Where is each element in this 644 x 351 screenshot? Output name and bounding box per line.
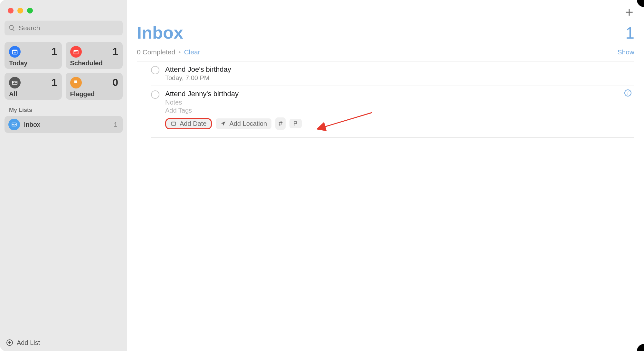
show-button[interactable]: Show (617, 48, 634, 56)
tile-label: Flagged (70, 90, 118, 98)
add-location-label: Add Location (229, 120, 267, 127)
reminder-title[interactable]: Attend Joe's birthday (165, 65, 634, 74)
calendar-icon (70, 46, 82, 58)
info-icon[interactable]: i (624, 89, 632, 97)
search-icon (8, 24, 15, 32)
completed-count: 0 Completed (137, 48, 175, 56)
sidebar-tile-flagged[interactable]: 0 Flagged (66, 73, 123, 100)
calendar-icon (171, 121, 176, 126)
add-tag-button[interactable]: # (275, 117, 286, 130)
flag-icon (293, 121, 298, 126)
separator-dot: • (178, 48, 181, 56)
svg-text:i: i (627, 91, 629, 96)
reminder-chip-row: Add Date Add Location # (165, 117, 634, 130)
reminder-date: Today, 7:00 PM (165, 74, 634, 82)
add-list-label: Add List (17, 339, 40, 346)
sidebar-tile-scheduled[interactable]: 1 Scheduled (66, 42, 123, 69)
close-window-button[interactable] (8, 8, 14, 14)
svg-rect-5 (74, 51, 75, 52)
fullscreen-window-button[interactable] (27, 8, 33, 14)
reminder-item[interactable]: Attend Jenny's birthday Notes Add Tags A… (151, 86, 634, 137)
sidebar-filter-grid: 27 1 Today 1 Scheduled (5, 42, 123, 100)
complete-toggle[interactable] (151, 66, 159, 74)
sidebar-tile-today[interactable]: 27 1 Today (5, 42, 62, 69)
tile-label: Today (9, 60, 57, 67)
app-window: 27 1 Today 1 Scheduled (0, 0, 644, 351)
add-location-button[interactable]: Add Location (216, 118, 271, 129)
page-count: 1 (625, 24, 634, 42)
svg-rect-7 (76, 51, 77, 52)
svg-text:27: 27 (14, 51, 16, 54)
plus-icon (624, 7, 634, 17)
minimize-window-button[interactable] (17, 8, 23, 14)
tile-label: Scheduled (70, 60, 118, 67)
tray-icon (9, 77, 21, 88)
window-controls (5, 5, 123, 19)
search-input[interactable] (19, 24, 119, 32)
tile-count: 1 (52, 77, 57, 88)
calendar-today-icon: 27 (9, 46, 21, 58)
sidebar-list-inbox[interactable]: Inbox 1 (5, 116, 123, 133)
list-count: 1 (114, 121, 118, 128)
svg-rect-6 (75, 51, 76, 52)
tile-label: All (9, 90, 57, 98)
reminder-list: Attend Joe's birthday Today, 7:00 PM Att… (137, 61, 634, 138)
main-pane: Inbox 1 0 Completed • Clear Show Attend … (127, 0, 644, 351)
list-name: Inbox (24, 121, 110, 128)
flag-button[interactable] (289, 119, 302, 128)
tray-icon (8, 119, 20, 130)
notes-field[interactable]: Notes (165, 99, 634, 106)
clear-button[interactable]: Clear (184, 48, 200, 56)
flag-icon (70, 77, 82, 88)
main-header: Inbox 1 (137, 0, 634, 42)
add-list-button[interactable]: Add List (6, 339, 40, 346)
reminder-body: Attend Jenny's birthday Notes Add Tags A… (165, 90, 634, 134)
tags-field[interactable]: Add Tags (165, 107, 634, 114)
plus-circle-icon (6, 339, 14, 346)
sidebar: 27 1 Today 1 Scheduled (0, 0, 127, 351)
completed-bar: 0 Completed • Clear Show (137, 48, 634, 61)
reminder-item[interactable]: Attend Joe's birthday Today, 7:00 PM (151, 61, 634, 86)
tile-count: 1 (112, 46, 118, 58)
add-date-label: Add Date (180, 120, 206, 127)
new-reminder-button[interactable] (624, 7, 634, 19)
tile-count: 1 (52, 46, 57, 58)
page-title: Inbox (137, 23, 183, 42)
my-lists-header: My Lists (5, 106, 123, 116)
tile-count: 0 (112, 77, 118, 88)
sidebar-tile-all[interactable]: 1 All (5, 73, 62, 100)
search-box[interactable] (5, 21, 123, 35)
hash-icon: # (279, 119, 282, 128)
reminder-body: Attend Joe's birthday Today, 7:00 PM (165, 65, 634, 82)
svg-rect-10 (172, 122, 175, 125)
location-arrow-icon (220, 121, 226, 126)
reminder-title[interactable]: Attend Jenny's birthday (165, 90, 634, 98)
complete-toggle[interactable] (151, 90, 159, 99)
add-date-button[interactable]: Add Date (165, 118, 212, 129)
